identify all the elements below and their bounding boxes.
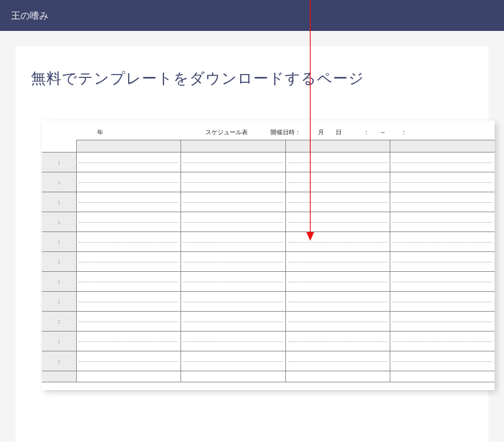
meta-colon-1: ： [363, 128, 369, 136]
table-header-row [42, 140, 495, 152]
schedule-cell [285, 292, 390, 312]
time-cell: ： [42, 351, 76, 371]
schedule-cell [285, 212, 390, 232]
table-row: ： [42, 272, 495, 292]
schedule-cell [285, 192, 390, 212]
time-cell: ： [42, 332, 76, 351]
table-row: ： [42, 152, 495, 172]
schedule-cell [285, 252, 390, 272]
column-header [285, 140, 390, 152]
site-title: 王の嗜み [11, 9, 49, 22]
meta-held-label: 開催日時： [270, 128, 301, 136]
table-row: ： [42, 232, 495, 252]
schedule-cell [390, 312, 495, 332]
schedule-cell [76, 351, 181, 371]
schedule-cell [390, 152, 495, 172]
schedule-cell [181, 152, 286, 172]
schedule-cell [76, 272, 181, 292]
schedule-cell [390, 212, 495, 232]
schedule-cell [390, 371, 495, 382]
meta-month-label: 月 [318, 128, 324, 136]
time-cell: ： [42, 172, 76, 192]
schedule-cell [285, 152, 390, 172]
schedule-cell [76, 212, 181, 232]
schedule-table: ： ： ： [42, 140, 495, 382]
sheet-meta-line: 年 スケジュール表 開催日時： 月 日 ： ～ ： [42, 128, 495, 140]
schedule-cell [390, 192, 495, 212]
schedule-cell [181, 272, 286, 292]
schedule-cell [285, 312, 390, 332]
page-title: 無料でテンプレートをダウンロードするページ [15, 69, 489, 94]
column-header [76, 140, 181, 152]
time-cell: ： [42, 292, 76, 312]
schedule-cell [181, 292, 286, 312]
table-row: ： [42, 212, 495, 232]
schedule-cell [285, 172, 390, 192]
schedule-cell [181, 172, 286, 192]
meta-sheet-title: スケジュール表 [205, 128, 248, 136]
time-cell: ： [42, 152, 76, 172]
schedule-cell [181, 312, 286, 332]
table-row: ： [42, 292, 495, 312]
schedule-cell [76, 192, 181, 212]
meta-tilde: ～ [380, 128, 386, 136]
schedule-cell [181, 351, 286, 371]
schedule-cell [390, 272, 495, 292]
site-header: 王の嗜み [0, 0, 504, 31]
time-cell: ： [42, 212, 76, 232]
schedule-cell [390, 252, 495, 272]
schedule-cell [76, 152, 181, 172]
schedule-cell [285, 272, 390, 292]
time-cell [42, 371, 76, 382]
schedule-cell [390, 351, 495, 371]
schedule-cell [181, 192, 286, 212]
time-cell: ： [42, 272, 76, 292]
schedule-cell [181, 232, 286, 252]
table-row: ： [42, 332, 495, 351]
table-footer-row [42, 371, 495, 382]
schedule-cell [76, 332, 181, 351]
schedule-cell [76, 172, 181, 192]
time-cell: ： [42, 252, 76, 272]
schedule-cell [390, 172, 495, 192]
schedule-cell [76, 292, 181, 312]
schedule-cell [76, 371, 181, 382]
schedule-cell [76, 312, 181, 332]
schedule-cell [285, 232, 390, 252]
meta-year-label: 年 [97, 128, 103, 136]
schedule-cell [76, 252, 181, 272]
schedule-cell [390, 332, 495, 351]
schedule-cell [181, 212, 286, 232]
table-row: ： [42, 312, 495, 332]
schedule-cell [285, 371, 390, 382]
meta-day-label: 日 [336, 128, 342, 136]
time-column-header [42, 140, 76, 152]
column-header [181, 140, 286, 152]
schedule-cell [390, 232, 495, 252]
schedule-cell [390, 292, 495, 312]
table-row: ： [42, 172, 495, 192]
schedule-sheet: 年 スケジュール表 開催日時： 月 日 ： ～ ： [42, 120, 495, 390]
time-cell: ： [42, 232, 76, 252]
schedule-cell [285, 332, 390, 351]
schedule-cell [181, 371, 286, 382]
time-cell: ： [42, 192, 76, 212]
column-header [390, 140, 495, 152]
table-row: ： [42, 192, 495, 212]
schedule-cell [285, 351, 390, 371]
schedule-cell [181, 252, 286, 272]
table-row: ： [42, 351, 495, 371]
schedule-cell [181, 332, 286, 351]
schedule-cell [76, 232, 181, 252]
time-cell: ： [42, 312, 76, 332]
meta-colon-2: ： [401, 128, 407, 136]
table-row: ： [42, 252, 495, 272]
page-card: 無料でテンプレートをダウンロードするページ 年 スケジュール表 開催日時： 月 … [15, 46, 489, 442]
